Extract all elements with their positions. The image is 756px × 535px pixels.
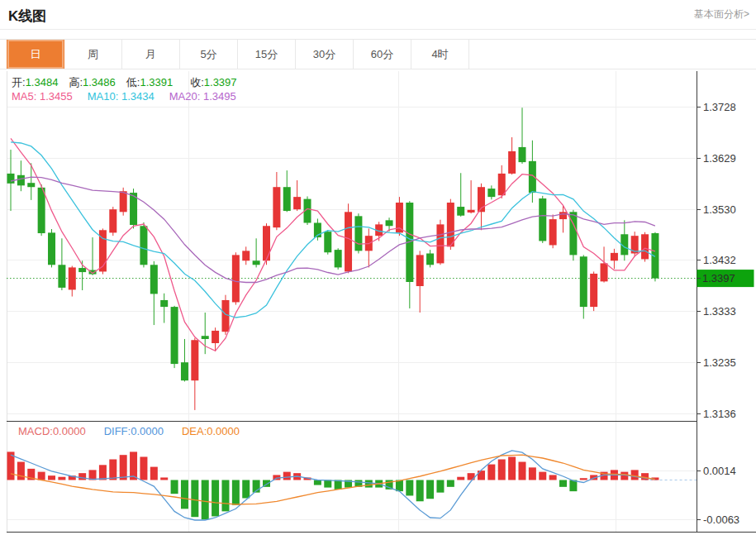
page-title: K线图 xyxy=(0,0,46,26)
svg-text:1.3629: 1.3629 xyxy=(703,152,736,165)
price-axis-labels: 1.37281.36291.35301.34321.33331.32351.31… xyxy=(697,101,736,420)
close-value: 1.3397 xyxy=(204,76,237,88)
ma5-readout: MA5: 1.3455 xyxy=(12,90,73,103)
tab-period-7[interactable]: 4时 xyxy=(411,40,469,69)
svg-text:1.3235: 1.3235 xyxy=(703,356,736,369)
macd-readout: MACD:0.0000 xyxy=(18,425,86,437)
diff-line xyxy=(11,451,655,520)
open-label: 开: xyxy=(12,76,26,88)
widget-header: K线图 基本面分析> xyxy=(0,0,756,30)
svg-text:1.3136: 1.3136 xyxy=(703,408,736,420)
svg-text:1.3333: 1.3333 xyxy=(703,305,736,318)
svg-text:1.3728: 1.3728 xyxy=(703,101,736,113)
tab-period-5[interactable]: 30分 xyxy=(296,40,354,69)
diff-readout: DIFF:0.0000 xyxy=(104,425,164,437)
svg-text:1.3432: 1.3432 xyxy=(703,254,736,266)
tab-period-6[interactable]: 60分 xyxy=(354,40,411,69)
candles-layer xyxy=(7,107,659,410)
period-tab-bar: 日周月5分15分30分60分4时 xyxy=(0,39,756,69)
chart-area: 1.33971.37281.36291.35301.34321.33331.32… xyxy=(0,71,756,533)
svg-text:-0.0063: -0.0063 xyxy=(703,514,739,526)
tab-period-4[interactable]: 15分 xyxy=(238,40,296,69)
low-label: 低: xyxy=(126,76,140,88)
open-value: 1.3484 xyxy=(26,76,59,88)
ohlc-row: 开:1.3484高:1.3486低:1.3391收:1.3397 xyxy=(12,75,248,90)
ma-row: MA5: 1.3455MA10: 1.3434MA20: 1.3495 xyxy=(12,90,236,103)
current-price-tag-value: 1.3397 xyxy=(702,272,735,284)
ma5-line xyxy=(11,138,655,351)
panel-borders xyxy=(7,71,756,532)
tab-period-3[interactable]: 5分 xyxy=(180,40,238,69)
ma10-readout: MA10: 1.3434 xyxy=(88,90,155,103)
macd-axis-labels: 0.0014-0.0063 xyxy=(697,465,739,525)
high-label: 高: xyxy=(69,76,83,88)
high-value: 1.3486 xyxy=(83,76,116,88)
svg-text:0.0014: 0.0014 xyxy=(703,465,736,477)
svg-text:1.3530: 1.3530 xyxy=(703,203,736,216)
tab-period-1[interactable]: 周 xyxy=(64,40,122,69)
low-value: 1.3391 xyxy=(140,76,173,88)
dea-readout: DEA:0.0000 xyxy=(182,425,240,437)
macd-histogram xyxy=(7,451,659,519)
tab-period-0[interactable]: 日 xyxy=(7,40,64,69)
tab-period-2[interactable]: 月 xyxy=(122,40,180,69)
macd-row: MACD:0.0000DIFF:0.0000DEA:0.0000 xyxy=(18,425,240,437)
kline-chart-canvas[interactable]: 1.33971.37281.36291.35301.34321.33331.32… xyxy=(0,71,756,533)
ma20-readout: MA20: 1.3495 xyxy=(169,90,236,103)
close-label: 收: xyxy=(190,76,204,88)
fundamental-analysis-link[interactable]: 基本面分析> xyxy=(694,7,749,21)
dea-line xyxy=(11,455,655,504)
kline-widget: { "header": { "title": "K线图", "link": "基… xyxy=(0,0,756,535)
